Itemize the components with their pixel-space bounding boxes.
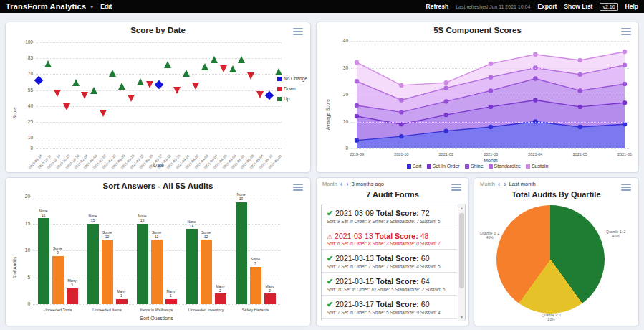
legend-swatch xyxy=(407,164,411,169)
audit-score-label: Total Score: xyxy=(375,232,418,240)
scatter-ytick: 100 xyxy=(17,39,33,44)
audit-period-label: Month xyxy=(322,181,337,187)
audit-score-value: 60 xyxy=(421,254,430,263)
bar-value-label: Some12 xyxy=(98,230,117,239)
export-button[interactable]: Export xyxy=(537,3,557,10)
scatter-point xyxy=(211,56,218,63)
area-point xyxy=(489,105,493,109)
scatter-point xyxy=(220,65,227,72)
app-title-dropdown-caret[interactable]: ▾ xyxy=(90,4,93,10)
area-point xyxy=(533,52,537,57)
scroll-down-icon[interactable]: ▼ xyxy=(458,314,465,321)
edit-button[interactable]: Edit xyxy=(100,3,112,10)
area-ytick: 0 xyxy=(332,146,348,151)
audit-date: 2021-03-17 xyxy=(335,300,374,308)
bar-some xyxy=(201,240,212,304)
scatter-point xyxy=(100,110,107,117)
audit-prev-chevron-icon[interactable]: ‹ xyxy=(340,182,343,187)
audit-list-item[interactable]: ✔2021-03-15Total Score:64Sort: 10 Set In… xyxy=(322,273,457,296)
pie-period-value: Last month xyxy=(509,181,536,187)
scrollbar-thumb[interactable] xyxy=(459,213,464,288)
audit-list-item[interactable]: ✔ xyxy=(322,319,457,321)
area-xtick: 2021-02 xyxy=(432,152,461,156)
audit-list-item[interactable]: ⚠2021-03-13Total Score:48Sort: 6 Set In … xyxy=(322,227,457,250)
scatter-point xyxy=(229,65,236,72)
scatter-point xyxy=(238,56,245,63)
legend-label: Down xyxy=(284,86,296,91)
pie-slice-label: Quartile 1: 240% xyxy=(606,230,625,239)
area-xtick: 2021-03 xyxy=(476,152,505,156)
scatter-ytick: 40 xyxy=(17,103,33,108)
area-point xyxy=(399,134,403,138)
bar-xtick: Unneeded Inventory xyxy=(181,308,231,312)
bar-value-label: Many1 xyxy=(112,289,131,298)
legend-item: Shine xyxy=(465,164,484,169)
audit-scrollbar[interactable]: ▲ ▼ xyxy=(458,204,465,321)
legend-item: Standardize xyxy=(489,164,521,169)
quartile-pie-menu-icon[interactable] xyxy=(621,184,631,192)
scatter-gridline xyxy=(36,90,282,91)
area-point xyxy=(533,76,537,80)
month-axis-label: Month xyxy=(351,158,630,163)
area-point xyxy=(355,114,359,118)
bar-many xyxy=(215,293,226,304)
scatter-point xyxy=(275,68,282,75)
legend-swatch xyxy=(277,97,282,101)
bar-value: 12 xyxy=(148,235,166,239)
scatter-point xyxy=(265,91,274,100)
audit-list-item[interactable]: ✔2021-03-13Total Score:60Sort: 7 Set In … xyxy=(322,250,457,273)
audit-date: 2021-03-09 xyxy=(335,209,374,217)
bar-xtick: Items in Walkways xyxy=(132,308,181,312)
score-by-date-menu-icon[interactable] xyxy=(293,28,303,37)
audit-score-label: Total Score: xyxy=(376,254,419,263)
legend-item: No Change xyxy=(277,76,307,81)
bar-xtick: Unneeded Items xyxy=(82,308,132,312)
refresh-button[interactable]: Refresh xyxy=(426,3,449,10)
average-score-axis-label: Average Score xyxy=(325,99,330,130)
scatter-point xyxy=(109,70,116,77)
audit-period-nav: Month ‹ › 3 months ago xyxy=(322,181,384,187)
scatter-point xyxy=(54,90,61,97)
scatter-point xyxy=(44,60,52,67)
score-by-date-card: Score by Date Score 01025405570851002019… xyxy=(5,22,311,173)
area-point xyxy=(489,75,493,79)
area-xtick: 2021-04 xyxy=(521,152,549,156)
scatter-gridline xyxy=(36,42,282,43)
sort-answers-title: Sort Answers - All 5S Audits xyxy=(6,182,310,190)
legend-item: Sort xyxy=(407,164,422,169)
area-xtick: 2019-09 xyxy=(342,152,371,156)
area-point xyxy=(399,98,403,102)
area-gridline xyxy=(351,148,630,149)
audit-period-value: 3 months ago xyxy=(352,181,384,187)
component-scores-menu-icon[interactable] xyxy=(621,28,631,37)
audit-list-item[interactable]: ✔2021-03-17Total Score:60Sort: 7 Set In … xyxy=(322,296,457,319)
audit-next-chevron-icon[interactable]: › xyxy=(345,182,349,187)
area-point xyxy=(489,62,493,66)
pie-slice-label: Quartile 2: 120% xyxy=(542,313,561,322)
scroll-up-icon[interactable]: ▲ xyxy=(458,204,465,212)
audit-list-item[interactable]: ✔2021-03-09Total Score:72Sort: 8 Set In … xyxy=(322,204,457,227)
legend-item: Sustain xyxy=(526,164,548,169)
bar-value-label: Some9 xyxy=(49,246,67,255)
scatter-point xyxy=(34,76,44,85)
legend-swatch xyxy=(526,164,530,169)
bar-ytick: 5 xyxy=(14,275,30,280)
audit-score-label: Total Score: xyxy=(376,300,419,308)
legend-label: Up xyxy=(284,96,289,101)
scatter-point xyxy=(118,82,125,90)
audit-forms-menu-icon[interactable] xyxy=(451,184,461,192)
area-legend: SortSet In OrderShineStandardizeSustain xyxy=(317,164,638,169)
audit-score-label: Total Score: xyxy=(376,209,419,217)
bar-many xyxy=(116,299,128,305)
bar-gridline xyxy=(33,304,280,305)
show-list-button[interactable]: Show List xyxy=(564,3,592,10)
bar-value: 1 xyxy=(112,293,131,298)
pie-slice-pct: 20% xyxy=(542,317,561,321)
pie-next-chevron-icon[interactable]: › xyxy=(503,182,506,187)
sort-answers-menu-icon[interactable] xyxy=(293,184,303,192)
bar-ytick: 20 xyxy=(14,194,30,199)
help-button[interactable]: Help xyxy=(625,3,638,10)
quartile-pie-card: Month ‹ › Last month Total Audits By Qua… xyxy=(474,177,639,326)
area-point xyxy=(399,83,403,88)
pie-prev-chevron-icon[interactable]: ‹ xyxy=(497,182,501,187)
